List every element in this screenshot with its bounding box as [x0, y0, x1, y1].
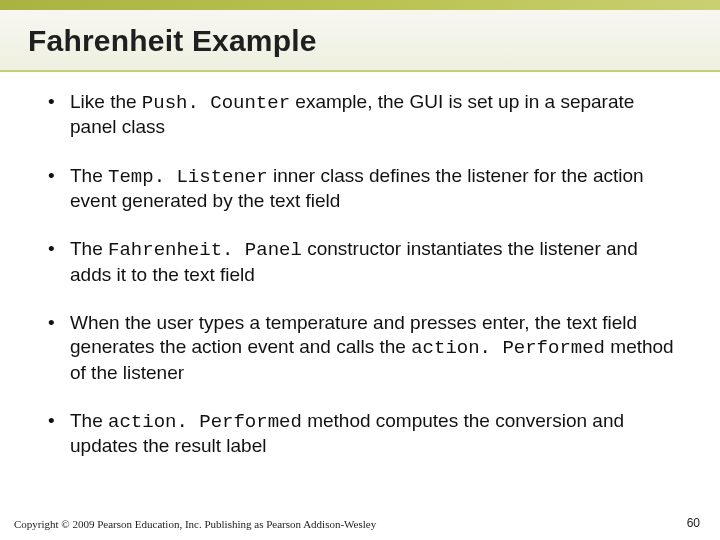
page-number: 60 — [687, 516, 700, 530]
code-text: Fahrenheit. Panel — [108, 239, 302, 261]
bullet-item: The Temp. Listener inner class defines t… — [40, 164, 680, 214]
bullet-item: Like the Push. Counter example, the GUI … — [40, 90, 680, 140]
bullet-item: The action. Performed method computes th… — [40, 409, 680, 459]
bullet-item: When the user types a temperature and pr… — [40, 311, 680, 385]
title-band: Fahrenheit Example — [0, 10, 720, 72]
bullet-item: The Fahrenheit. Panel constructor instan… — [40, 237, 680, 287]
code-text: Push. Counter — [142, 92, 290, 114]
code-text: Temp. Listener — [108, 166, 268, 188]
bullet-list: Like the Push. Counter example, the GUI … — [40, 90, 680, 458]
code-text: action. Performed — [108, 411, 302, 433]
copyright-text: Copyright © 2009 Pearson Education, Inc.… — [14, 518, 376, 530]
content-area: Like the Push. Counter example, the GUI … — [0, 72, 720, 458]
code-text: action. Performed — [411, 337, 605, 359]
accent-band — [0, 0, 720, 10]
bullet-text: Like the — [70, 91, 142, 112]
bullet-text: The — [70, 410, 108, 431]
slide-title: Fahrenheit Example — [28, 24, 700, 58]
bullet-text: The — [70, 238, 108, 259]
bullet-text: The — [70, 165, 108, 186]
